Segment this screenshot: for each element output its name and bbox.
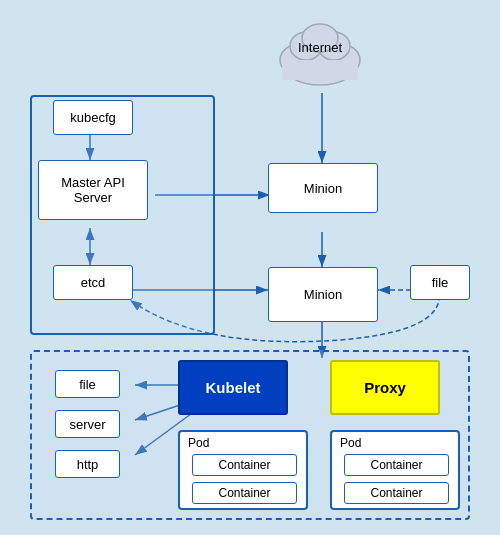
http-left-label: http <box>77 457 99 472</box>
pod2-label: Pod <box>340 436 361 450</box>
pod1-box: Pod Container Container <box>178 430 308 510</box>
kubelet-label: Kubelet <box>205 379 260 396</box>
kubelet-box: Kubelet <box>178 360 288 415</box>
kubecfg-label: kubecfg <box>70 110 116 125</box>
svg-rect-20 <box>282 60 358 80</box>
pod2-box: Pod Container Container <box>330 430 460 510</box>
minion2-box: Minion <box>268 267 378 322</box>
internet-label: Internet <box>270 40 370 55</box>
etcd-label: etcd <box>81 275 106 290</box>
master-api-box: Master APIServer <box>38 160 148 220</box>
minion2-label: Minion <box>304 287 342 302</box>
file-top-box: file <box>410 265 470 300</box>
container2b-label: Container <box>370 486 422 500</box>
container1a-box: Container <box>192 454 297 476</box>
etcd-box: etcd <box>53 265 133 300</box>
server-left-label: server <box>69 417 105 432</box>
container1b-label: Container <box>218 486 270 500</box>
kubecfg-box: kubecfg <box>53 100 133 135</box>
minion1-label: Minion <box>304 181 342 196</box>
http-left-box: http <box>55 450 120 478</box>
master-api-label: Master APIServer <box>61 175 125 205</box>
file-left-label: file <box>79 377 96 392</box>
internet-cloud: Internet <box>270 18 370 93</box>
file-left-box: file <box>55 370 120 398</box>
container2b-box: Container <box>344 482 449 504</box>
pod1-label: Pod <box>188 436 209 450</box>
minion1-box: Minion <box>268 163 378 213</box>
container2a-box: Container <box>344 454 449 476</box>
proxy-label: Proxy <box>364 379 406 396</box>
diagram: Internet kubecfg Master APIServer etcd M… <box>0 0 500 535</box>
server-left-box: server <box>55 410 120 438</box>
proxy-box: Proxy <box>330 360 440 415</box>
container2a-label: Container <box>370 458 422 472</box>
container1a-label: Container <box>218 458 270 472</box>
container1b-box: Container <box>192 482 297 504</box>
file-top-label: file <box>432 275 449 290</box>
